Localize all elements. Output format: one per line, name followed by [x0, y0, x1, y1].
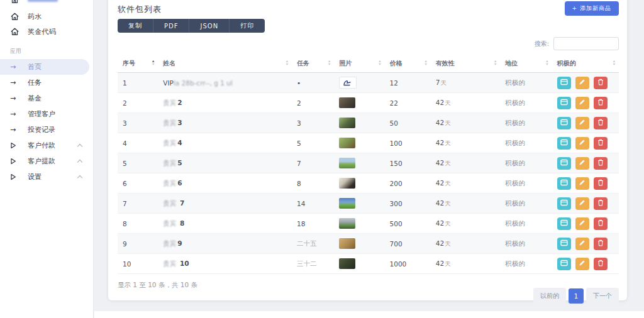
cell-photo — [334, 234, 384, 254]
trash-icon — [597, 259, 604, 268]
export-button[interactable]: 复制 — [118, 19, 153, 33]
cell-photo — [334, 133, 384, 153]
delete-button[interactable] — [594, 117, 608, 129]
cell-status: 积极的 — [500, 73, 552, 93]
delete-button[interactable] — [594, 177, 608, 190]
delete-button[interactable] — [594, 137, 608, 150]
sidebar-nav-item[interactable]: → 投资记录 — [0, 122, 93, 138]
photo-thumbnail — [339, 77, 357, 89]
page-1-button[interactable]: 1 — [569, 288, 584, 304]
sidebar-top-group: 药水 奖金代码 — [0, 9, 93, 39]
cell-photo — [334, 194, 384, 214]
card-icon — [560, 98, 568, 107]
next-page-button[interactable]: 下一个 — [586, 288, 619, 304]
search-input[interactable] — [553, 37, 619, 50]
edit-button[interactable] — [575, 217, 589, 230]
home-badge-icon — [9, 11, 20, 22]
column-header[interactable]: 有效性▴▾ — [431, 56, 500, 73]
export-button[interactable]: JSON — [189, 19, 230, 33]
sidebar-nav-item[interactable]: → 基金 — [0, 90, 93, 106]
edit-button[interactable] — [575, 238, 589, 250]
sidebar-item[interactable]: 奖金代码 — [0, 24, 93, 39]
sort-icon: ▴▾ — [546, 60, 548, 65]
play-icon — [10, 142, 20, 149]
view-button[interactable] — [557, 117, 571, 129]
column-header[interactable]: 照片▴▾ — [334, 56, 384, 73]
cell-price: 150 — [385, 153, 431, 173]
cell-actions — [552, 133, 619, 153]
edit-button[interactable] — [575, 137, 589, 150]
view-button[interactable] — [557, 217, 571, 230]
edit-button[interactable] — [575, 177, 589, 190]
cell-validity: 42天 — [431, 173, 500, 194]
column-header[interactable]: 积极的▴▾ — [552, 56, 619, 73]
arrow-right-icon: → — [10, 63, 20, 71]
cell-actions — [552, 153, 619, 173]
edit-button[interactable] — [575, 258, 589, 270]
pencil-icon — [579, 259, 586, 268]
view-button[interactable] — [557, 197, 571, 210]
delete-button[interactable] — [594, 157, 608, 170]
photo-thumbnail — [339, 218, 355, 229]
cell-price: 22 — [385, 93, 431, 113]
view-button[interactable] — [557, 177, 571, 190]
previous-page-button[interactable]: 以前的 — [533, 288, 566, 304]
view-button[interactable] — [557, 258, 571, 270]
cell-status: 积极的 — [500, 173, 552, 194]
card-icon — [560, 199, 568, 208]
column-header[interactable]: 价格▴▾ — [385, 56, 431, 73]
sidebar-nav-item[interactable]: 客户提款 — [0, 153, 93, 169]
cell-price: 1000 — [385, 254, 431, 274]
edit-button[interactable] — [575, 97, 589, 109]
column-header[interactable]: 地位▴▾ — [500, 56, 552, 73]
cell-task: • — [292, 73, 334, 93]
cell-index: 1 — [118, 73, 158, 93]
card-icon — [560, 219, 568, 228]
edit-button[interactable] — [575, 197, 589, 210]
delete-button[interactable] — [594, 77, 608, 89]
cell-actions — [552, 93, 619, 113]
trash-icon — [597, 98, 604, 107]
trash-icon — [597, 78, 604, 87]
column-header[interactable]: 序号▴▾ — [118, 56, 158, 73]
sidebar-item-label: 药水 — [28, 12, 42, 21]
sidebar-nav-item[interactable]: → 任务 — [0, 75, 93, 90]
sort-icon: ▴▾ — [613, 60, 615, 65]
cell-task: 2 — [292, 93, 334, 113]
edit-button[interactable] — [575, 157, 589, 170]
view-button[interactable] — [557, 77, 571, 89]
view-button[interactable] — [557, 157, 571, 170]
delete-button[interactable] — [594, 217, 608, 230]
delete-button[interactable] — [594, 238, 608, 250]
card-icon — [560, 259, 568, 268]
sidebar-nav-item[interactable]: 设置 — [0, 169, 93, 185]
column-header[interactable]: 姓名▴▾ — [158, 56, 292, 73]
cell-task: 8 — [292, 173, 334, 194]
cell-status: 积极的 — [500, 194, 552, 214]
export-button[interactable]: PDF — [153, 19, 189, 33]
edit-button[interactable] — [575, 77, 589, 89]
chevron-up-icon — [77, 175, 82, 180]
table-row: 1 VIPla 28b-crr--, g 1 ul • 12 7天 积极的 — [118, 73, 619, 93]
view-button[interactable] — [557, 238, 571, 250]
sidebar-item[interactable]: 药水 — [0, 9, 93, 24]
column-header[interactable]: 任务▴▾ — [292, 56, 334, 73]
export-button[interactable]: 打印 — [230, 19, 265, 33]
cell-task: 5 — [292, 133, 334, 153]
sidebar-nav-item[interactable]: 客户付款 — [0, 138, 93, 153]
page-title: 软件包列表 — [118, 4, 162, 15]
view-button[interactable] — [557, 137, 571, 150]
clipped-nav-item[interactable] — [0, 0, 94, 7]
edit-button[interactable] — [575, 117, 589, 129]
table-row: 5 贵宾5 7 150 42天 积极的 — [118, 153, 619, 173]
delete-button[interactable] — [594, 97, 608, 109]
sidebar-nav-item[interactable]: → 首页 — [0, 59, 89, 75]
sidebar-nav-item[interactable]: → 管理客户 — [0, 106, 93, 122]
delete-button[interactable] — [594, 258, 608, 270]
delete-button[interactable] — [594, 197, 608, 210]
cell-photo — [334, 254, 384, 274]
view-button[interactable] — [557, 97, 571, 109]
add-new-item-button[interactable]: + 添加新商品 — [565, 1, 619, 16]
cell-photo — [334, 153, 384, 173]
cell-validity: 42天 — [431, 93, 500, 113]
